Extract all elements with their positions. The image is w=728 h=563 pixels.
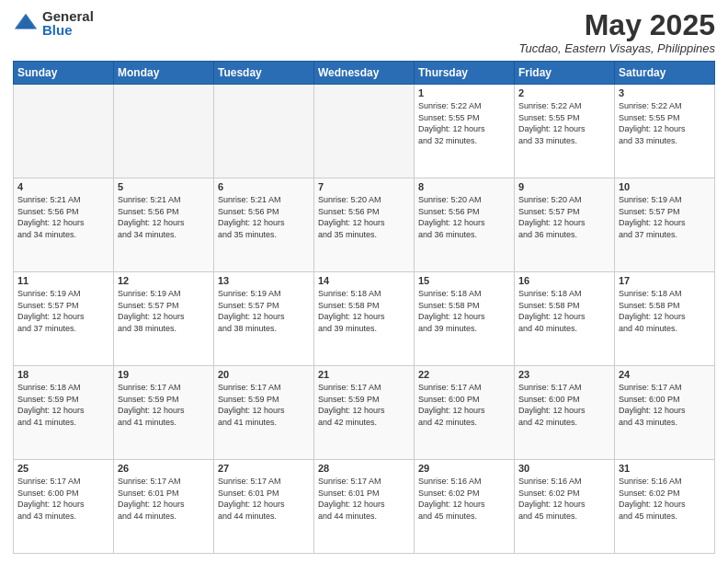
day-number: 24 (619, 369, 711, 380)
calendar-cell: 27Sunrise: 5:17 AM Sunset: 6:01 PM Dayli… (214, 460, 314, 554)
calendar-cell: 21Sunrise: 5:17 AM Sunset: 5:59 PM Dayli… (314, 366, 415, 460)
calendar-cell: 30Sunrise: 5:16 AM Sunset: 6:02 PM Dayli… (515, 460, 615, 554)
calendar-cell: 8Sunrise: 5:20 AM Sunset: 5:56 PM Daylig… (415, 178, 515, 272)
day-number: 29 (418, 463, 510, 474)
calendar-cell: 13Sunrise: 5:19 AM Sunset: 5:57 PM Dayli… (214, 272, 314, 366)
day-info: Sunrise: 5:20 AM Sunset: 5:56 PM Dayligh… (418, 194, 510, 240)
month-title: May 2025 (519, 9, 715, 41)
day-number: 18 (17, 369, 109, 380)
calendar-cell: 19Sunrise: 5:17 AM Sunset: 5:59 PM Dayli… (114, 366, 214, 460)
day-info: Sunrise: 5:17 AM Sunset: 6:00 PM Dayligh… (17, 476, 109, 522)
calendar-cell (14, 85, 114, 178)
day-info: Sunrise: 5:17 AM Sunset: 6:00 PM Dayligh… (418, 382, 510, 428)
logo: General Blue (13, 9, 94, 37)
day-number: 26 (118, 463, 210, 474)
day-info: Sunrise: 5:17 AM Sunset: 6:01 PM Dayligh… (318, 476, 410, 522)
day-info: Sunrise: 5:19 AM Sunset: 5:57 PM Dayligh… (118, 288, 210, 334)
calendar-cell: 15Sunrise: 5:18 AM Sunset: 5:58 PM Dayli… (415, 272, 515, 366)
calendar-cell: 18Sunrise: 5:18 AM Sunset: 5:59 PM Dayli… (14, 366, 114, 460)
day-number: 31 (619, 463, 711, 474)
day-info: Sunrise: 5:22 AM Sunset: 5:55 PM Dayligh… (619, 100, 711, 146)
calendar-table: SundayMondayTuesdayWednesdayThursdayFrid… (13, 61, 715, 554)
day-info: Sunrise: 5:17 AM Sunset: 6:00 PM Dayligh… (518, 382, 610, 428)
day-number: 23 (518, 369, 610, 380)
weekday-header-saturday: Saturday (615, 62, 715, 85)
calendar-cell: 31Sunrise: 5:16 AM Sunset: 6:02 PM Dayli… (615, 460, 715, 554)
day-number: 8 (418, 181, 510, 192)
logo-general-text: General (42, 9, 94, 23)
day-number: 21 (318, 369, 410, 380)
day-number: 1 (418, 87, 510, 98)
day-info: Sunrise: 5:17 AM Sunset: 6:00 PM Dayligh… (619, 382, 711, 428)
day-number: 17 (619, 275, 711, 286)
day-info: Sunrise: 5:17 AM Sunset: 5:59 PM Dayligh… (218, 382, 310, 428)
day-info: Sunrise: 5:17 AM Sunset: 5:59 PM Dayligh… (318, 382, 410, 428)
day-number: 12 (118, 275, 210, 286)
day-info: Sunrise: 5:18 AM Sunset: 5:58 PM Dayligh… (518, 288, 610, 334)
day-info: Sunrise: 5:18 AM Sunset: 5:58 PM Dayligh… (318, 288, 410, 334)
calendar-cell: 26Sunrise: 5:17 AM Sunset: 6:01 PM Dayli… (114, 460, 214, 554)
calendar-cell: 14Sunrise: 5:18 AM Sunset: 5:58 PM Dayli… (314, 272, 415, 366)
calendar-cell: 23Sunrise: 5:17 AM Sunset: 6:00 PM Dayli… (515, 366, 615, 460)
calendar-cell (114, 85, 214, 178)
calendar-week-row: 11Sunrise: 5:19 AM Sunset: 5:57 PM Dayli… (14, 272, 715, 366)
calendar-week-row: 25Sunrise: 5:17 AM Sunset: 6:00 PM Dayli… (14, 460, 715, 554)
day-info: Sunrise: 5:16 AM Sunset: 6:02 PM Dayligh… (418, 476, 510, 522)
day-info: Sunrise: 5:18 AM Sunset: 5:58 PM Dayligh… (418, 288, 510, 334)
calendar-cell: 7Sunrise: 5:20 AM Sunset: 5:56 PM Daylig… (314, 178, 415, 272)
calendar-cell: 17Sunrise: 5:18 AM Sunset: 5:58 PM Dayli… (615, 272, 715, 366)
logo-blue-text: Blue (42, 23, 94, 37)
calendar-cell: 24Sunrise: 5:17 AM Sunset: 6:00 PM Dayli… (615, 366, 715, 460)
day-number: 4 (17, 181, 109, 192)
weekday-header-thursday: Thursday (415, 62, 515, 85)
calendar-cell: 28Sunrise: 5:17 AM Sunset: 6:01 PM Dayli… (314, 460, 415, 554)
day-number: 27 (218, 463, 310, 474)
day-number: 2 (518, 87, 610, 98)
calendar-week-row: 4Sunrise: 5:21 AM Sunset: 5:56 PM Daylig… (14, 178, 715, 272)
logo-text: General Blue (42, 9, 94, 37)
day-number: 28 (318, 463, 410, 474)
weekday-header-sunday: Sunday (14, 62, 114, 85)
day-number: 9 (518, 181, 610, 192)
calendar-cell: 9Sunrise: 5:20 AM Sunset: 5:57 PM Daylig… (515, 178, 615, 272)
day-info: Sunrise: 5:16 AM Sunset: 6:02 PM Dayligh… (518, 476, 610, 522)
day-number: 13 (218, 275, 310, 286)
calendar-cell: 12Sunrise: 5:19 AM Sunset: 5:57 PM Dayli… (114, 272, 214, 366)
calendar-week-row: 1Sunrise: 5:22 AM Sunset: 5:55 PM Daylig… (14, 85, 715, 178)
day-number: 11 (17, 275, 109, 286)
calendar-cell: 6Sunrise: 5:21 AM Sunset: 5:56 PM Daylig… (214, 178, 314, 272)
weekday-header-row: SundayMondayTuesdayWednesdayThursdayFrid… (14, 62, 715, 85)
day-number: 15 (418, 275, 510, 286)
title-block: May 2025 Tucdao, Eastern Visayas, Philip… (519, 9, 715, 55)
weekday-header-wednesday: Wednesday (314, 62, 415, 85)
day-info: Sunrise: 5:21 AM Sunset: 5:56 PM Dayligh… (218, 194, 310, 240)
day-info: Sunrise: 5:16 AM Sunset: 6:02 PM Dayligh… (619, 476, 711, 522)
calendar-cell (214, 85, 314, 178)
day-info: Sunrise: 5:17 AM Sunset: 6:01 PM Dayligh… (218, 476, 310, 522)
day-info: Sunrise: 5:18 AM Sunset: 5:59 PM Dayligh… (17, 382, 109, 428)
header: General Blue May 2025 Tucdao, Eastern Vi… (13, 9, 715, 55)
weekday-header-monday: Monday (114, 62, 214, 85)
calendar-cell (314, 85, 415, 178)
day-number: 3 (619, 87, 711, 98)
day-number: 7 (318, 181, 410, 192)
calendar-week-row: 18Sunrise: 5:18 AM Sunset: 5:59 PM Dayli… (14, 366, 715, 460)
logo-icon (13, 10, 39, 36)
location: Tucdao, Eastern Visayas, Philippines (519, 41, 715, 55)
day-info: Sunrise: 5:17 AM Sunset: 6:01 PM Dayligh… (118, 476, 210, 522)
day-number: 6 (218, 181, 310, 192)
day-info: Sunrise: 5:21 AM Sunset: 5:56 PM Dayligh… (17, 194, 109, 240)
day-number: 19 (118, 369, 210, 380)
page-container: General Blue May 2025 Tucdao, Eastern Vi… (0, 0, 728, 563)
day-info: Sunrise: 5:22 AM Sunset: 5:55 PM Dayligh… (518, 100, 610, 146)
calendar-cell: 20Sunrise: 5:17 AM Sunset: 5:59 PM Dayli… (214, 366, 314, 460)
calendar-cell: 4Sunrise: 5:21 AM Sunset: 5:56 PM Daylig… (14, 178, 114, 272)
day-info: Sunrise: 5:22 AM Sunset: 5:55 PM Dayligh… (418, 100, 510, 146)
day-info: Sunrise: 5:20 AM Sunset: 5:57 PM Dayligh… (518, 194, 610, 240)
calendar-cell: 25Sunrise: 5:17 AM Sunset: 6:00 PM Dayli… (14, 460, 114, 554)
day-number: 25 (17, 463, 109, 474)
weekday-header-friday: Friday (515, 62, 615, 85)
calendar-cell: 11Sunrise: 5:19 AM Sunset: 5:57 PM Dayli… (14, 272, 114, 366)
day-info: Sunrise: 5:18 AM Sunset: 5:58 PM Dayligh… (619, 288, 711, 334)
calendar-cell: 5Sunrise: 5:21 AM Sunset: 5:56 PM Daylig… (114, 178, 214, 272)
